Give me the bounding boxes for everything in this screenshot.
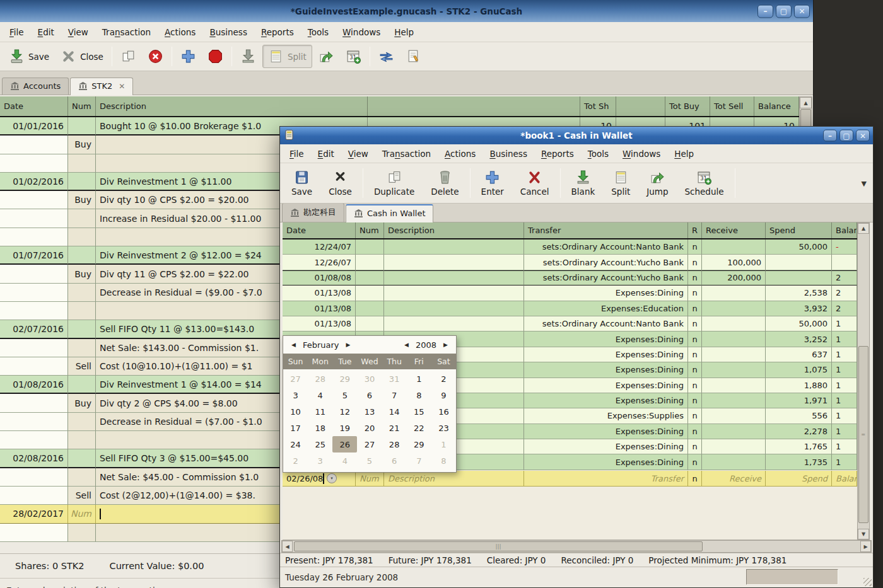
date-picker-button[interactable]: ▾ — [327, 473, 337, 483]
col-num[interactable]: Num — [356, 222, 384, 238]
cell-reconcile[interactable]: n — [688, 347, 702, 362]
cell-date[interactable] — [0, 394, 68, 412]
cell-balance[interactable]: 2 — [832, 270, 857, 285]
cell-transfer[interactable]: Expenses:Dining — [524, 439, 688, 454]
maximize-button[interactable]: ▢ — [839, 130, 853, 142]
cell-receive[interactable] — [702, 408, 766, 424]
delete-button[interactable]: Delete — [423, 167, 466, 199]
cell-reconcile[interactable]: n — [688, 316, 702, 331]
calendar-day[interactable]: 27 — [357, 436, 382, 453]
calendar-day[interactable]: 9 — [431, 387, 456, 403]
menu-transaction[interactable]: Transaction — [96, 24, 156, 40]
calendar-day[interactable]: 8 — [407, 387, 431, 403]
cell-balance[interactable]: 1 — [832, 424, 857, 439]
menu-windows[interactable]: Windows — [337, 24, 386, 40]
col-transfer[interactable]: Transfer — [524, 222, 688, 238]
cell-date[interactable] — [0, 209, 68, 228]
menu-tools[interactable]: Tools — [582, 146, 614, 162]
col-num[interactable]: Num — [68, 96, 96, 116]
enter-button[interactable] — [175, 45, 201, 67]
col-tot-sell[interactable]: Tot Sell — [710, 96, 754, 116]
cell-balance[interactable]: 1 — [832, 393, 857, 408]
calendar-day[interactable]: 29 — [332, 371, 357, 387]
cell-spend[interactable]: 1,971 — [766, 393, 832, 408]
cell-description[interactable]: Description — [384, 471, 524, 487]
cell-date[interactable] — [0, 154, 68, 173]
minimize-button[interactable]: – — [757, 4, 773, 18]
close-button[interactable]: ✕ — [794, 4, 810, 18]
cell-receive[interactable] — [702, 378, 766, 393]
tab-close-icon[interactable]: ✕ — [119, 82, 125, 91]
cancel-button[interactable] — [202, 45, 228, 67]
close-button[interactable]: Close — [321, 167, 360, 199]
cell-receive[interactable]: 200,000 — [702, 270, 766, 285]
calendar-day[interactable]: 24 — [283, 436, 308, 453]
scroll-left-icon[interactable]: ◀ — [282, 541, 293, 552]
cell-date[interactable]: 01/08/08 — [283, 270, 356, 285]
cell-balance[interactable]: Balance — [832, 471, 857, 487]
menu-windows[interactable]: Windows — [617, 146, 666, 162]
duplicate-button[interactable]: Duplicate — [366, 167, 422, 199]
cell-reconcile[interactable]: n — [688, 239, 702, 255]
calendar-day[interactable]: 4 — [308, 387, 332, 403]
calendar-day[interactable]: 5 — [357, 453, 382, 469]
cell-reconcile[interactable]: n — [688, 285, 702, 301]
cell-description[interactable] — [384, 270, 524, 285]
calendar-day[interactable]: 8 — [431, 453, 456, 469]
menu-edit[interactable]: Edit — [312, 146, 340, 162]
fg-vertical-scrollbar[interactable]: ▲ ≡ ▼ — [857, 222, 870, 540]
bg-titlebar[interactable]: *GuideInvestExample.gnucash - STK2 - Gnu… — [0, 0, 813, 22]
cell-date[interactable]: 01/13/08 — [283, 316, 356, 331]
cell-balance[interactable]: 1 — [832, 408, 857, 424]
jump-button[interactable] — [313, 45, 339, 67]
cell-receive[interactable] — [702, 285, 766, 301]
cell-receive[interactable]: 100,000 — [702, 255, 766, 270]
cell-date[interactable]: 01/08/2016 — [0, 376, 68, 394]
cell-date[interactable] — [0, 228, 68, 246]
cell-spend[interactable] — [766, 255, 832, 270]
cell-spend[interactable]: 1,075 — [766, 362, 832, 378]
cell-num[interactable] — [68, 154, 96, 173]
cell-balance[interactable]: 2 — [832, 301, 857, 316]
cell-transfer[interactable]: sets:Ordinary Account:Nanto Bank — [524, 239, 688, 255]
cell-num[interactable] — [356, 270, 384, 285]
cell-receive[interactable] — [702, 439, 766, 454]
cell-description[interactable] — [384, 316, 524, 331]
next-year-icon[interactable]: ▶ — [440, 342, 451, 348]
cell-num[interactable] — [68, 209, 96, 228]
scrollbar-thumb[interactable]: ||| — [294, 541, 703, 551]
tab-accounts[interactable]: Accounts — [2, 78, 69, 95]
blank-button[interactable]: Blank — [564, 167, 603, 199]
cell-balance[interactable]: 1 — [832, 331, 857, 347]
calendar-day[interactable]: 22 — [407, 420, 431, 436]
menu-reports[interactable]: Reports — [255, 24, 300, 40]
cell-num[interactable] — [68, 228, 96, 246]
cell-num[interactable] — [68, 524, 96, 542]
col-balance[interactable]: Balance — [832, 222, 857, 238]
col-date[interactable]: Date — [283, 222, 356, 238]
calendar-day[interactable]: 1 — [431, 436, 456, 453]
cell-reconcile[interactable]: n — [688, 362, 702, 378]
cell-transfer[interactable]: Expenses:Dining — [524, 362, 688, 378]
col-tot-sh[interactable]: Tot Sh — [580, 96, 616, 116]
schedule-button[interactable]: 31 Schedule — [677, 167, 731, 199]
cell-date[interactable] — [0, 468, 68, 487]
cell-num[interactable]: Sell — [68, 357, 96, 376]
cancel-button[interactable]: Cancel — [513, 167, 557, 199]
tab-accounts-jp[interactable]: 勘定科目 — [282, 203, 344, 222]
cell-date[interactable]: 28/02/2017 — [0, 505, 68, 523]
cell-balance[interactable]: 1 — [832, 362, 857, 378]
calendar-day[interactable]: 23 — [431, 420, 456, 436]
cell-reconcile[interactable]: n — [688, 301, 702, 316]
cell-spend[interactable]: 50,000 — [766, 239, 832, 255]
cell-balance[interactable] — [832, 255, 857, 270]
close-register-button[interactable]: Close — [56, 45, 108, 67]
calendar-day[interactable]: 14 — [382, 403, 407, 420]
minimize-button[interactable]: – — [823, 130, 837, 142]
cell-num[interactable] — [68, 320, 96, 338]
cell-balance[interactable]: 1 — [832, 378, 857, 393]
cell-date[interactable] — [0, 339, 68, 357]
transfer-button[interactable] — [373, 45, 399, 67]
delete-button[interactable] — [143, 45, 168, 67]
cell-date[interactable]: 02/26/08▾ — [283, 471, 356, 487]
